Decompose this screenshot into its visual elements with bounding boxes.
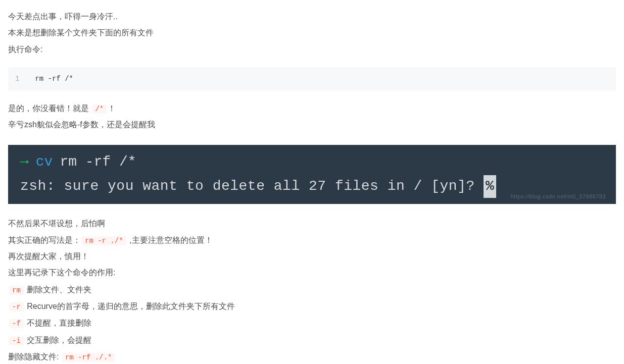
prompt-dir: cv	[36, 151, 53, 174]
terminal-line-1: → cv rm -rf /*	[20, 151, 607, 174]
after-p4: 这里再记录下这个命令的作用:	[8, 265, 616, 280]
mid1-before: 是的，你没看错！就是	[8, 104, 91, 113]
command-list: rm 删除文件、文件夹 -r Recurve的首字母，递归的意思，删除此文件夹下…	[8, 282, 616, 364]
cmd-f-text: 不提醒，直接删除	[25, 319, 91, 327]
mid-p1: 是的，你没看错！就是 /*！	[8, 101, 616, 116]
inline-code-rm: rm	[9, 286, 24, 295]
cmd-f: -f 不提醒，直接删除	[8, 316, 616, 331]
terminal-cursor-icon: %	[484, 175, 496, 198]
after-p1: 不然后果不堪设想，后怕啊	[8, 216, 616, 231]
inline-code-i: -i	[9, 336, 24, 345]
after-p2: 其实正确的写法是：rm -r ./* ,主要注意空格的位置！	[8, 233, 616, 248]
intro-p3: 执行命令:	[8, 42, 616, 57]
cmd-i: -i 交互删除，会提醒	[8, 333, 616, 348]
cmd-rm-text: 删除文件、文件夹	[25, 285, 91, 294]
code-content: rm -rf /*	[27, 67, 81, 91]
cmd-r-text: Recurve的首字母，递归的意思，删除此文件夹下所有文件	[25, 302, 235, 310]
line-number: 1	[8, 67, 27, 91]
after2-before: 其实正确的写法是：	[8, 236, 81, 244]
watermark: https://blog.csdn.net/m0_37886783	[511, 192, 606, 201]
intro-p1: 今天差点出事，吓得一身冷汗..	[8, 9, 616, 24]
mid1-after: ！	[108, 104, 116, 113]
prompt-arrow-icon: →	[20, 151, 29, 174]
terminal-screenshot: → cv rm -rf /* zsh: sure you want to del…	[8, 145, 616, 204]
cmd-rm: rm 删除文件、文件夹	[8, 282, 616, 297]
inline-code-correct: rm -r ./*	[82, 236, 126, 245]
after2-after: ,主要注意空格的位置！	[127, 236, 213, 244]
code-block-1: 1 rm -rf /*	[8, 67, 616, 91]
inline-code-hidden: rm -rf ./.*	[62, 353, 115, 362]
terminal-command: rm -rf /*	[60, 151, 136, 174]
hidden-before: 删除隐藏文件:	[8, 352, 61, 361]
inline-code-r: -r	[9, 302, 24, 311]
intro-p2: 本来是想删除某个文件夹下面的所有文件	[8, 25, 616, 40]
cmd-hidden: 删除隐藏文件: rm -rf ./.*	[8, 349, 616, 364]
cmd-i-text: 交互删除，会提醒	[25, 336, 91, 344]
terminal-prompt-text: zsh: sure you want to delete all 27 file…	[20, 178, 484, 194]
after-p3: 再次提醒大家，慎用！	[8, 249, 616, 264]
inline-code-slash-star: /*	[92, 105, 107, 114]
inline-code-f: -f	[9, 319, 24, 328]
mid-p2: 辛亏zsh貌似会忽略-f参数，还是会提醒我	[8, 117, 616, 132]
cmd-r: -r Recurve的首字母，递归的意思，删除此文件夹下所有文件	[8, 299, 616, 314]
